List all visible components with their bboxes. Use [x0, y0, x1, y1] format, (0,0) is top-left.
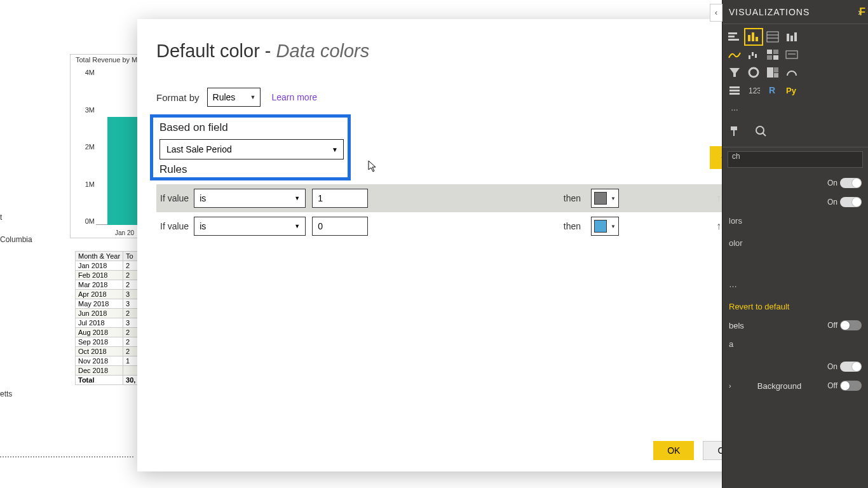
format-by-dropdown[interactable]: Rules: [207, 88, 261, 107]
table-icon[interactable]: [764, 29, 781, 44]
slicer-icon[interactable]: [726, 83, 743, 98]
y-axis: 4M 3M 2M 1M 0M: [74, 69, 95, 225]
svg-rect-22: [767, 67, 773, 78]
svg-rect-26: [729, 90, 740, 92]
svg-rect-14: [755, 54, 757, 58]
property-toggle[interactable]: [840, 362, 862, 372]
svg-rect-18: [773, 55, 778, 60]
table-row: Sep 20182: [76, 337, 139, 347]
gauge-icon[interactable]: [783, 65, 800, 80]
revert-to-default-link[interactable]: Revert to default: [722, 295, 868, 314]
clustered-column-icon[interactable]: [745, 29, 762, 44]
table-row: May 20183: [76, 299, 139, 309]
ok-button[interactable]: OK: [653, 441, 694, 460]
r-visual-icon[interactable]: R: [764, 83, 781, 98]
color-swatch: [594, 220, 607, 233]
search-format-input[interactable]: ch: [728, 151, 863, 168]
svg-rect-10: [790, 36, 793, 41]
background-table: Month & YearTo Jan 20182 Feb 20182 Mar 2…: [75, 251, 139, 385]
rule-value-input[interactable]: [312, 217, 368, 236]
table-row: Jun 20182: [76, 309, 139, 318]
treemap-icon[interactable]: [764, 65, 781, 80]
background-toggle[interactable]: [840, 381, 862, 391]
table-row: Feb 20182: [76, 271, 139, 280]
table-row: Nov 20181: [76, 356, 139, 366]
visualizations-panel: ‹ VISUALIZATIONS › F 123 R Py … ch On On: [722, 0, 868, 488]
stacked-bar-icon[interactable]: [726, 29, 743, 44]
fields-panel-hint: F: [859, 6, 865, 18]
svg-rect-17: [767, 55, 772, 60]
svg-rect-5: [756, 37, 758, 41]
more-visuals-icon[interactable]: …: [726, 100, 743, 116]
data-colors-section[interactable]: lors: [722, 210, 868, 232]
ellipsis-row[interactable]: …: [722, 254, 868, 295]
based-on-field-highlight: Based on field Last Sale Period Rules: [150, 114, 351, 180]
rule-operator-dropdown[interactable]: is: [194, 189, 306, 208]
python-visual-icon[interactable]: Py: [783, 83, 800, 98]
rule-value-input[interactable]: [312, 189, 368, 208]
rule-row[interactable]: If value is then ↑ ↓ ✕: [156, 212, 760, 240]
rule-color-picker[interactable]: [591, 189, 619, 208]
svg-rect-4: [752, 32, 754, 41]
learn-more-link[interactable]: Learn more: [272, 92, 318, 102]
stacked-column-icon[interactable]: [783, 29, 800, 44]
format-by-label: Format by: [156, 92, 200, 103]
svg-rect-27: [729, 93, 740, 95]
rule-row[interactable]: If value is then ↑ ↓ ✕: [156, 184, 760, 212]
table-row: Dec 2018: [76, 366, 139, 376]
property-toggle[interactable]: [840, 178, 862, 188]
bg-text-fragment: etts: [0, 390, 12, 398]
table-total-row: Total30,: [76, 376, 139, 385]
svg-rect-2: [728, 39, 739, 41]
waterfall-icon[interactable]: [745, 47, 762, 62]
funnel-icon[interactable]: [726, 65, 743, 80]
table-row: Mar 20182: [76, 280, 139, 290]
svg-rect-6: [767, 32, 778, 42]
table-row: Aug 20182: [76, 328, 139, 337]
based-on-field-dropdown[interactable]: Last Sale Period: [159, 139, 344, 159]
svg-rect-24: [774, 73, 778, 78]
visual-type-gallery: 123 R Py …: [722, 24, 868, 121]
color-swatch: [594, 192, 607, 205]
svg-rect-15: [767, 50, 772, 54]
svg-text:R: R: [769, 85, 775, 95]
svg-rect-13: [752, 52, 754, 56]
move-up-icon: ↑: [716, 193, 721, 204]
chart-title: Total Revenue by M: [76, 56, 137, 64]
svg-point-21: [749, 68, 758, 77]
collapse-panel-button[interactable]: ‹: [710, 4, 722, 22]
based-on-field-label: Based on field: [159, 121, 341, 134]
svg-rect-0: [728, 32, 737, 34]
plot-area-section[interactable]: a: [722, 333, 868, 355]
analytics-tab-icon[interactable]: [754, 125, 767, 140]
matrix-icon[interactable]: [764, 47, 781, 62]
svg-rect-11: [794, 32, 797, 41]
table-row: Jul 20183: [76, 318, 139, 328]
svg-rect-16: [773, 50, 778, 54]
rules-section-label: Rules: [159, 163, 341, 176]
rule-operator-dropdown[interactable]: is: [194, 217, 306, 236]
conditional-formatting-dialog: ✕ Default color - Data colors Format by …: [137, 19, 780, 471]
table-row: Oct 20182: [76, 347, 139, 356]
default-color-section[interactable]: olor: [722, 232, 868, 254]
table-row: Apr 20183: [76, 290, 139, 299]
rules-list: If value is then ↑ ↓ ✕ If value is then …: [156, 184, 760, 240]
divider-dotted: [0, 456, 133, 458]
svg-text:Py: Py: [786, 86, 797, 95]
move-up-icon[interactable]: ↑: [716, 220, 721, 232]
svg-rect-12: [749, 55, 750, 59]
svg-rect-9: [787, 34, 789, 41]
chevron-right-icon: ›: [729, 382, 731, 390]
kpi-icon[interactable]: 123: [745, 83, 762, 98]
svg-rect-19: [786, 51, 797, 58]
table-row: Jan 20182: [76, 261, 139, 271]
rule-color-picker[interactable]: [591, 217, 619, 236]
pane-tabs: [722, 121, 868, 147]
data-labels-toggle[interactable]: [840, 320, 862, 330]
x-tick: Jan 20: [115, 229, 134, 236]
card-icon[interactable]: [783, 47, 800, 62]
donut-icon[interactable]: [745, 65, 762, 80]
format-tab-icon[interactable]: [729, 125, 742, 140]
property-toggle[interactable]: [840, 197, 862, 207]
ribbon-icon[interactable]: [726, 47, 743, 62]
